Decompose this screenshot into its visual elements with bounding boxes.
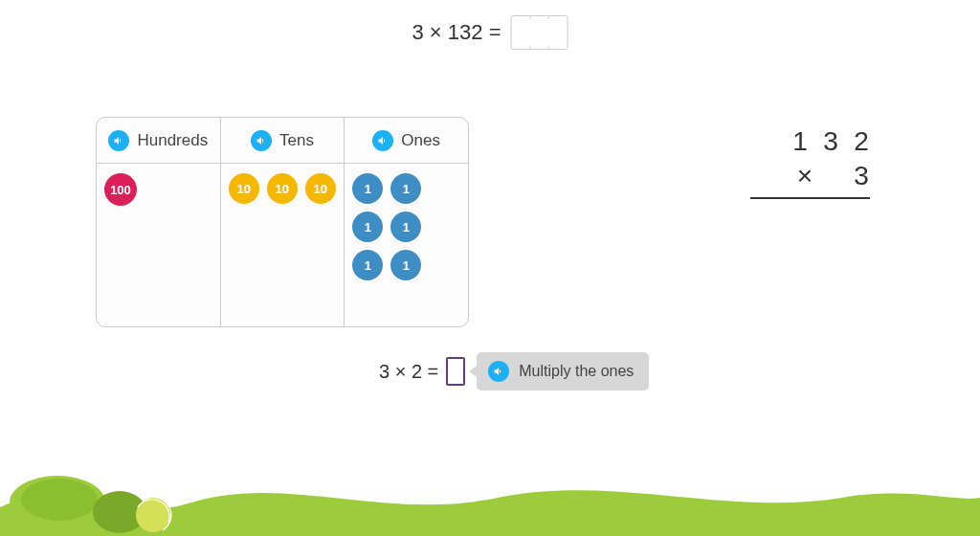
one-disc: 1 [390,250,421,280]
step-equation: 3 × 2 = [379,357,465,386]
place-value-table: Hundreds Tens Ones 100 10 10 10 [96,117,469,327]
svg-point-1 [21,479,98,521]
pv-col-tens: 10 10 10 [221,164,345,326]
multiply-sign: × [797,161,813,191]
tens-label: Tens [279,131,314,150]
ten-disc: 10 [267,173,298,204]
pv-col-hundreds: 100 [97,164,221,326]
step-row: 3 × 2 = Multiply the ones [379,352,649,391]
one-disc: 1 [352,250,383,280]
grass-footer [0,450,980,536]
equation-text: 3 × 132 = [412,20,501,45]
hundred-disc: 100 [104,173,137,206]
speaker-icon[interactable] [108,130,129,151]
ones-label: Ones [401,131,440,150]
equals-bar [750,197,870,199]
speaker-icon[interactable] [372,130,393,151]
pv-header-row: Hundreds Tens Ones [97,118,468,164]
hundreds-label: Hundreds [137,131,208,150]
digit: 1 [791,126,809,157]
one-disc: 1 [352,212,383,242]
answer-input-step[interactable] [446,357,465,386]
pv-header-ones: Ones [345,118,468,164]
pv-header-tens: Tens [221,118,345,164]
one-disc: 1 [390,173,421,204]
digit: 3 [853,161,870,191]
pv-header-hundreds: Hundreds [97,118,221,164]
ten-disc: 10 [305,173,336,204]
step-expression: 3 × 2 = [379,361,438,383]
hint-text: Multiply the ones [519,363,634,380]
ten-disc: 10 [229,173,259,204]
hint-bubble: Multiply the ones [477,352,649,391]
pv-body-row: 100 10 10 10 1 1 1 1 1 1 [97,164,468,326]
top-equation: 3 × 132 = [412,15,568,50]
pv-col-ones: 1 1 1 1 1 1 [345,164,468,326]
speaker-icon[interactable] [488,361,509,382]
speaker-icon[interactable] [251,130,272,151]
digit: 3 [822,126,839,157]
one-disc: 1 [390,212,421,242]
one-disc: 1 [352,173,383,204]
vertical-multiplication: 1 3 2 × 3 [750,124,870,199]
answer-input-main[interactable] [510,15,568,50]
digit: 2 [853,126,870,157]
